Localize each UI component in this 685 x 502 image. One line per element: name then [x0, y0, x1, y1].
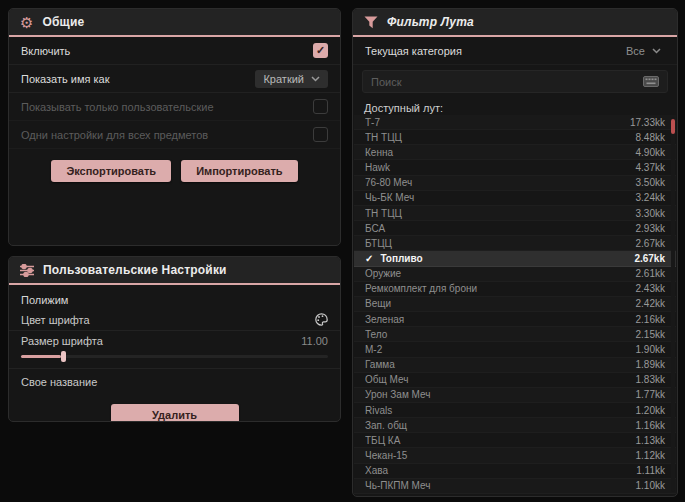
loot-filter-panel: Фильтр Лута Текущая категория Все Поиск … — [352, 8, 678, 497]
item-name: Чекан-15 — [365, 450, 636, 461]
item-name: Кенна — [365, 147, 636, 158]
search-placeholder: Поиск — [371, 76, 635, 88]
chevron-down-icon — [652, 48, 661, 54]
list-item[interactable]: ✓Зап. общ1.16kk — [354, 418, 676, 433]
palette-icon[interactable] — [315, 313, 328, 326]
category-dropdown-value: Все — [626, 45, 645, 57]
filter-panel-header: Фильтр Лута — [353, 9, 677, 37]
item-value: 2.43kk — [636, 283, 665, 294]
font-color-label: Цвет шрифта — [21, 314, 90, 326]
delete-button[interactable]: Удалить — [111, 404, 239, 422]
enable-label: Включить — [21, 45, 70, 57]
delete-button-row: Удалить — [9, 404, 340, 422]
list-item[interactable]: ✓Чекан-151.12kk — [354, 448, 676, 463]
same-settings-checkbox[interactable] — [313, 127, 328, 142]
only-custom-checkbox[interactable] — [313, 99, 328, 114]
only-custom-label: Показывать только пользовательские — [21, 101, 214, 113]
item-name: БТЦЦ — [365, 238, 636, 249]
only-custom-row: Показывать только пользовательские — [9, 93, 340, 121]
item-value: 3.30kk — [636, 208, 665, 219]
keyboard-icon[interactable] — [643, 76, 659, 87]
item-name: Хава — [365, 465, 636, 476]
list-item[interactable]: ✓Оружие2.61kk — [354, 267, 676, 282]
item-value: 2.67kk — [634, 253, 665, 264]
list-item[interactable]: ✓Ремкомплект для брони2.43kk — [354, 282, 676, 297]
export-button[interactable]: Экспортировать — [51, 160, 171, 182]
list-item[interactable]: ✓Вещи2.42kk — [354, 297, 676, 312]
item-value: 1.77kk — [636, 389, 665, 400]
list-item[interactable]: ✓Гамма1.89kk — [354, 358, 676, 373]
list-item[interactable]: ✓Чь-ПКПМ Меч1.10kk — [354, 479, 676, 494]
gear-icon: ⚙ — [20, 15, 33, 30]
list-item[interactable]: ✓БСА2.93kk — [354, 221, 676, 236]
list-item[interactable]: ✓Урон Зам Меч1.77kk — [354, 388, 676, 403]
item-value: 2.42kk — [636, 298, 665, 309]
item-value: 1.89kk — [636, 359, 665, 370]
list-item[interactable]: ✓ТБЦ КА1.13kk — [354, 433, 676, 448]
enable-checkbox[interactable]: ✓ — [313, 43, 328, 58]
list-item[interactable]: ✓Зеленая2.16kk — [354, 312, 676, 327]
item-name: Rivals — [365, 405, 636, 416]
funnel-icon — [364, 16, 378, 29]
list-item[interactable]: ✓Чь-БК Меч3.24kk — [354, 191, 676, 206]
slider-handle[interactable] — [61, 351, 66, 362]
font-size-value: 11.00 — [301, 335, 328, 347]
font-size-slider[interactable] — [21, 351, 328, 362]
item-value: 2.93kk — [636, 223, 665, 234]
available-loot-label: Доступный лут: — [353, 98, 677, 116]
item-value: 1.83kk — [636, 374, 665, 385]
same-settings-label: Одни настройки для всех предметов — [21, 129, 208, 141]
font-size-label: Размер шрифта — [21, 335, 103, 347]
general-panel-header: ⚙ Общие — [9, 9, 340, 37]
category-row: Текущая категория Все — [353, 37, 677, 65]
list-item[interactable]: ✓Hawk4.37kk — [354, 160, 676, 175]
loot-list: ✓Т-717.33kk✓ТН ТЦЦ8.48kk✓Кенна4.90kk✓Haw… — [354, 115, 676, 494]
item-value: 1.11kk — [636, 465, 665, 476]
general-settings-panel: ⚙ Общие Включить ✓ Показать имя как Крат… — [8, 8, 341, 246]
item-value: 1.20kk — [636, 405, 665, 416]
slider-track — [21, 355, 328, 358]
item-name: Зап. общ — [365, 420, 636, 431]
show-name-dropdown[interactable]: Краткий — [255, 70, 328, 88]
item-value: 1.16kk — [636, 420, 665, 431]
custom-panel-title: Пользовательские Настройки — [43, 263, 227, 277]
list-item[interactable]: ✓Топливо2.67kk — [354, 251, 676, 266]
custom-name-input[interactable]: Свое название — [21, 376, 97, 388]
list-item[interactable]: ✓М-21.90kk — [354, 342, 676, 357]
list-item[interactable]: ✓76-80 Меч3.50kk — [354, 176, 676, 191]
list-item[interactable]: ✓Rivals1.20kk — [354, 403, 676, 418]
list-item[interactable]: ✓ТН ТЦЦ3.30kk — [354, 206, 676, 221]
item-name: Ремкомплект для брони — [365, 283, 636, 294]
item-value: 1.13kk — [636, 435, 665, 446]
item-value: 3.24kk — [636, 192, 665, 203]
item-value: 2.16kk — [636, 314, 665, 325]
search-input[interactable]: Поиск — [362, 70, 668, 93]
item-name: Т-7 — [365, 117, 630, 128]
import-button[interactable]: Импортировать — [181, 160, 297, 182]
item-value: 2.61kk — [636, 268, 665, 279]
list-item[interactable]: ✓Кенна4.90kk — [354, 145, 676, 160]
scrollbar[interactable] — [671, 117, 675, 492]
list-item[interactable]: ✓БТЦЦ2.67kk — [354, 236, 676, 251]
custom-name-row: Свое название — [9, 369, 340, 395]
item-value: 2.67kk — [636, 238, 665, 249]
font-size-row: Размер шрифта 11.00 — [9, 331, 340, 351]
item-name: Hawk — [365, 162, 636, 173]
list-item[interactable]: ✓Хава1.11kk — [354, 464, 676, 479]
list-item[interactable]: ✓Тело2.15kk — [354, 327, 676, 342]
item-name: Урон Зам Меч — [365, 389, 636, 400]
general-panel-title: Общие — [42, 15, 84, 29]
filter-panel-title: Фильтр Лута — [387, 15, 474, 29]
item-name: Гамма — [365, 359, 636, 370]
category-dropdown[interactable]: Все — [622, 42, 665, 60]
list-item[interactable]: ✓ТН ТЦЦ8.48kk — [354, 130, 676, 145]
item-name: Вещи — [365, 298, 636, 309]
item-name: Тело — [365, 329, 636, 340]
font-color-row: Цвет шрифта — [9, 309, 340, 330]
show-name-dropdown-value: Краткий — [263, 73, 304, 85]
list-item[interactable]: ✓Общ Меч1.83kk — [354, 373, 676, 388]
item-value: 3.50kk — [636, 177, 665, 188]
check-icon: ✓ — [365, 253, 373, 264]
list-item[interactable]: ✓Т-717.33kk — [354, 115, 676, 130]
scrollbar-thumb[interactable] — [671, 119, 675, 134]
